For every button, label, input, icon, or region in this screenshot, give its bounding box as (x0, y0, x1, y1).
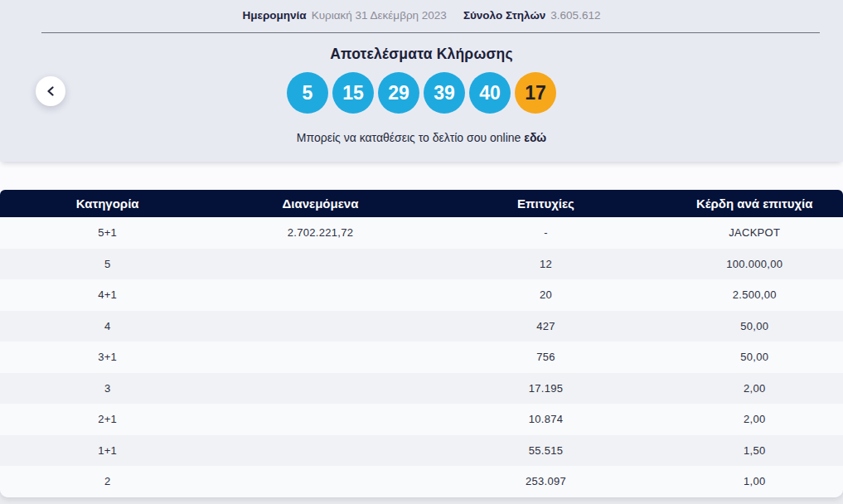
number-ball: 40 (469, 72, 511, 114)
winners-cell: 10.874 (426, 413, 666, 425)
prize-cell: 50,00 (666, 320, 843, 332)
joker-ball: 17 (515, 72, 556, 114)
table-row: 442750,00 (0, 311, 843, 342)
divider (41, 32, 820, 33)
draw-info-bar: Ημερομηνία Κυριακή 31 Δεκέμβρη 2023 Σύνο… (0, 0, 843, 22)
prize-categories-section: Κατηγορία Διανεμόμενα Επιτυχίες Κέρδη αν… (0, 162, 843, 497)
winners-cell: 55.515 (426, 444, 666, 457)
draw-results-content: Αποτελέσματα Κλήρωσης 51529394017 Μπορεί… (0, 46, 843, 144)
drawn-numbers: 51529394017 (0, 72, 843, 114)
header-category: Κατηγορία (0, 196, 215, 211)
table-row: 3+175650,00 (0, 342, 843, 373)
category-cell: 4+1 (0, 288, 215, 301)
prize-cell: 50,00 (666, 351, 843, 363)
draw-results-panel: Ημερομηνία Κυριακή 31 Δεκέμβρη 2023 Σύνο… (0, 0, 843, 162)
date-label: Ημερομηνία (243, 9, 307, 22)
winners-cell: 427 (426, 320, 666, 332)
distributed-cell: 2.702.221,72 (215, 226, 425, 239)
winners-cell: - (426, 226, 666, 239)
table-body: 5+12.702.221,72-JACKPOT512100.000,004+12… (0, 217, 843, 497)
total-columns-value: 3.605.612 (550, 9, 600, 22)
category-cell: 2 (0, 475, 215, 487)
table-row: 5+12.702.221,72-JACKPOT (0, 217, 843, 249)
table-row: 2253.0971,00 (0, 466, 843, 497)
table-header-row: Κατηγορία Διανεμόμενα Επιτυχίες Κέρδη αν… (0, 190, 843, 217)
number-ball: 39 (424, 72, 465, 114)
category-cell: 1+1 (0, 444, 215, 457)
results-table: Κατηγορία Διανεμόμενα Επιτυχίες Κέρδη αν… (0, 190, 843, 497)
prize-cell: 1,00 (666, 475, 843, 487)
category-cell: 3 (0, 382, 215, 395)
spacer (0, 162, 843, 190)
table-row: 1+155.5151,50 (0, 435, 843, 467)
number-ball: 29 (378, 72, 419, 114)
category-cell: 3+1 (0, 351, 215, 363)
prize-cell: 1,50 (666, 444, 843, 457)
category-cell: 5 (0, 258, 215, 270)
number-ball: 5 (287, 72, 328, 114)
category-cell: 5+1 (0, 226, 215, 239)
deposit-text: Μπορείς να καταθέσεις το δελτίο σου onli… (0, 131, 843, 144)
prize-cell: 2,00 (666, 382, 843, 395)
prize-cell: 2,00 (666, 413, 843, 425)
deposit-text-label: Μπορείς να καταθέσεις το δελτίο σου onli… (297, 131, 521, 144)
total-columns: Σύνολο Στηλών 3.605.612 (463, 9, 601, 22)
winners-cell: 253.097 (426, 475, 666, 487)
winners-cell: 756 (426, 351, 666, 363)
draw-results-title: Αποτελέσματα Κλήρωσης (0, 46, 843, 63)
date-value: Κυριακή 31 Δεκέμβρη 2023 (312, 9, 447, 22)
header-winners: Επιτυχίες (426, 196, 666, 211)
prize-cell: JACKPOT (666, 226, 843, 239)
category-cell: 2+1 (0, 413, 215, 425)
header-distributed: Διανεμόμενα (215, 196, 425, 211)
winners-cell: 12 (426, 258, 666, 270)
table-row: 4+1202.500,00 (0, 279, 843, 311)
table-row: 512100.000,00 (0, 249, 843, 280)
table-row: 317.1952,00 (0, 373, 843, 405)
winners-cell: 20 (426, 288, 666, 301)
previous-draw-button[interactable] (36, 76, 65, 106)
number-ball: 15 (332, 72, 374, 114)
winners-cell: 17.195 (426, 382, 666, 395)
draw-date: Ημερομηνία Κυριακή 31 Δεκέμβρη 2023 (243, 9, 447, 22)
table-row: 2+110.8742,00 (0, 404, 843, 435)
category-cell: 4 (0, 320, 215, 332)
header-prize-per-win: Κέρδη ανά επιτυχία (666, 196, 843, 211)
chevron-left-icon (46, 86, 55, 96)
deposit-here-link[interactable]: εδώ (524, 131, 546, 144)
prize-cell: 2.500,00 (666, 288, 843, 301)
prize-cell: 100.000,00 (666, 258, 843, 270)
total-columns-label: Σύνολο Στηλών (463, 9, 545, 22)
